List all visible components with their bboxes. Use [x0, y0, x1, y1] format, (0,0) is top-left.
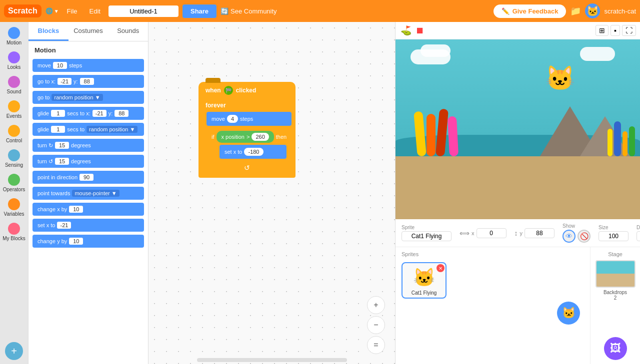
add-backdrop-button[interactable]: 🖼 — [604, 337, 627, 360]
move-val[interactable]: 4 — [227, 115, 238, 123]
if-header: if x position > 260 then — [212, 131, 286, 143]
goto-y-input[interactable]: 88 — [80, 78, 94, 85]
sprite-name-field[interactable] — [402, 231, 452, 241]
zoom-in-button[interactable]: + — [367, 296, 385, 314]
tab-sounds[interactable]: Sounds — [108, 22, 148, 41]
forever-arrow: ↺ — [198, 162, 296, 174]
add-extension-button[interactable]: + — [5, 342, 23, 360]
layout-fullscreen-button[interactable]: ⛶ — [622, 25, 636, 36]
blocks-panel: Blocks Costumes Sounds Motion move 10 st… — [28, 22, 148, 364]
zoom-out-button[interactable]: − — [367, 316, 385, 334]
set-x-inner-val[interactable]: -180 — [244, 148, 263, 156]
share-button[interactable]: Share — [182, 4, 216, 18]
goto-position-dropdown[interactable]: random position ▼ — [52, 94, 102, 101]
project-title-input[interactable] — [108, 5, 178, 17]
block-goto-random[interactable]: go to random position ▼ — [32, 91, 144, 104]
block-change-x[interactable]: change x by 10 — [32, 203, 144, 216]
category-control[interactable]: Control — [0, 122, 28, 146]
tab-blocks[interactable]: Blocks — [28, 22, 68, 41]
sensing-dot — [8, 149, 20, 161]
layout-normal-button[interactable]: ▪ — [610, 25, 620, 36]
edit-menu[interactable]: Edit — [86, 5, 104, 17]
tab-costumes[interactable]: Costumes — [68, 22, 108, 41]
block-move-steps[interactable]: move 10 steps — [32, 59, 144, 72]
add-sprite-button[interactable]: 🐱 — [557, 302, 580, 325]
set-x-block[interactable]: set x to -180 — [220, 145, 286, 159]
stage-controls: ⛳ ⏹ ⊞ ▪ ⛶ — [396, 22, 640, 39]
glide-x-input[interactable]: -21 — [92, 110, 106, 117]
glide-secs-input[interactable]: 1 — [51, 110, 65, 117]
user-avatar[interactable]: 🐱 — [585, 3, 600, 18]
turn-cw-label: turn ↻ — [38, 142, 53, 149]
flag-icon: 🏁 — [224, 86, 233, 95]
move-block[interactable]: move 4 steps — [206, 112, 292, 126]
goto-x-input[interactable]: -21 — [58, 78, 72, 85]
forever-block[interactable]: forever move 4 steps if — [198, 99, 296, 178]
move-steps-input[interactable]: 10 — [53, 62, 67, 69]
glide2-secs-input[interactable]: 1 — [51, 126, 65, 133]
sprite-y-field[interactable] — [524, 228, 554, 238]
set-x-label: set x to — [38, 222, 55, 228]
horizontal-scrollbar[interactable] — [197, 358, 347, 362]
stage-thumbnail[interactable] — [596, 260, 636, 288]
folder-icon[interactable]: 📁 — [570, 5, 581, 16]
block-turn-ccw[interactable]: turn ↺ 15 degrees — [32, 155, 144, 168]
show-visible-button[interactable]: 👁 — [562, 230, 576, 243]
block-point-direction[interactable]: point in direction 90 — [32, 171, 144, 184]
block-set-x[interactable]: set x to -21 — [32, 219, 144, 232]
category-events[interactable]: Events — [0, 97, 28, 122]
hat-block[interactable]: when 🏁 clicked — [198, 82, 296, 99]
forever-body: move 4 steps if x position > 260 — [206, 112, 292, 162]
turn-ccw-input[interactable]: 15 — [55, 158, 69, 165]
category-motion-label: Motion — [6, 40, 22, 45]
category-looks[interactable]: Looks — [0, 48, 28, 73]
category-operators[interactable]: Operators — [0, 171, 28, 195]
category-sound[interactable]: Sound — [0, 73, 28, 97]
block-glide-xy[interactable]: glide 1 secs to x: -21 y: 88 — [32, 107, 144, 120]
stop-button[interactable]: ⏹ — [414, 24, 426, 37]
sprite-thumb-cat[interactable]: ✕ 🐱 Cat1 Flying — [402, 262, 446, 299]
category-motion[interactable]: Motion — [0, 24, 28, 48]
community-icon: 🔄 — [220, 7, 228, 15]
scratch-logo[interactable]: Scratch — [4, 4, 42, 17]
glide-y-input[interactable]: 88 — [114, 110, 128, 117]
goto-label: go to x: — [38, 78, 56, 84]
change-y-input[interactable]: 10 — [69, 238, 83, 245]
category-myblocks-label: My Blocks — [2, 236, 26, 241]
see-community-button[interactable]: 🔄 See Community — [220, 7, 276, 15]
green-flag-button[interactable]: ⛳ — [400, 24, 412, 37]
sprite-close-button[interactable]: ✕ — [436, 264, 444, 272]
sprite-x-field[interactable] — [476, 228, 506, 238]
gt-val[interactable]: 260 — [252, 133, 268, 141]
change-x-input[interactable]: 10 — [69, 206, 83, 213]
glide-y-label: y: — [108, 110, 113, 116]
show-hidden-button[interactable]: 🚫 — [578, 230, 590, 243]
category-variables[interactable]: Variables — [0, 195, 28, 220]
block-glide-random[interactable]: glide 1 secs to random position ▼ — [32, 123, 144, 136]
set-x-input[interactable]: -21 — [57, 222, 71, 229]
condition-block[interactable]: x position > 260 — [216, 131, 274, 143]
block-change-y[interactable]: change y by 10 — [32, 235, 144, 248]
point-dir-label: point in direction — [38, 174, 78, 180]
point-towards-dropdown[interactable]: mouse-pointer ▼ — [72, 190, 119, 197]
point-dir-input[interactable]: 90 — [80, 174, 94, 181]
stage-canvas: 🐱 — [396, 39, 640, 219]
category-sensing[interactable]: Sensing — [0, 146, 28, 171]
user-name[interactable]: scratch-cat — [604, 7, 636, 15]
turn-cw-input[interactable]: 15 — [55, 142, 69, 149]
give-feedback-button[interactable]: ✏️ Give Feedback — [494, 4, 566, 18]
block-point-towards[interactable]: point towards mouse-pointer ▼ — [32, 187, 144, 200]
layout-small-button[interactable]: ⊞ — [596, 25, 608, 36]
sprite-size-field[interactable] — [598, 231, 628, 241]
block-turn-cw[interactable]: turn ↻ 15 degrees — [32, 139, 144, 152]
zoom-reset-button[interactable]: = — [367, 336, 385, 354]
if-block[interactable]: if x position > 260 then — [206, 128, 292, 162]
language-selector[interactable]: 🌐 ▼ — [46, 7, 59, 14]
blocks-list: move 10 steps go to x: -21 y: 88 go to r… — [28, 57, 148, 364]
block-goto-xy[interactable]: go to x: -21 y: 88 — [32, 75, 144, 88]
category-myblocks[interactable]: My Blocks — [0, 220, 28, 244]
sprite-list-area: Sprites ✕ 🐱 Cat1 Flying 🐱 — [396, 247, 640, 364]
sprite-direction-field[interactable] — [636, 231, 640, 241]
file-menu[interactable]: File — [63, 5, 82, 17]
glide-position-dropdown[interactable]: random position ▼ — [86, 126, 138, 133]
